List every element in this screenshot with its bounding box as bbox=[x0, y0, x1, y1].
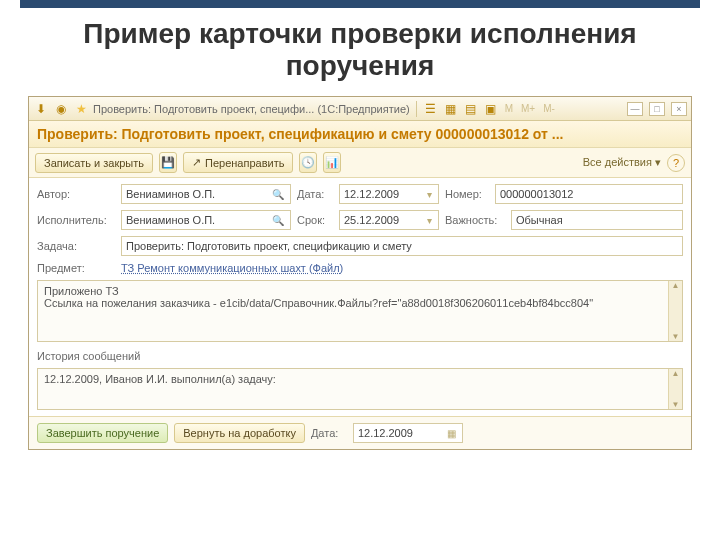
all-actions-link[interactable]: Все действия ▾ bbox=[583, 156, 661, 169]
app-icon: ◉ bbox=[53, 101, 69, 117]
footer-date-label: Дата: bbox=[311, 427, 347, 439]
dropdown-icon[interactable]: ⬇ bbox=[33, 101, 49, 117]
form-body: Автор: Вениаминов О.П. 🔍 Дата: 12.12.200… bbox=[29, 178, 691, 416]
calendar-icon[interactable]: ▾ bbox=[425, 189, 434, 200]
due-field[interactable]: 25.12.2009 ▾ bbox=[339, 210, 439, 230]
description-area[interactable]: Приложено ТЗ Ссылка на пожелания заказчи… bbox=[37, 280, 683, 342]
chart-button[interactable]: 📊 bbox=[323, 152, 341, 173]
footer-date-field[interactable]: 12.12.2009 ▦ bbox=[353, 423, 463, 443]
window-titlebar: ⬇ ◉ ★ Проверить: Подготовить проект, спе… bbox=[29, 97, 691, 121]
calc-icon[interactable]: ▤ bbox=[463, 101, 479, 117]
mem-mplus[interactable]: M+ bbox=[519, 103, 537, 114]
task-label: Задача: bbox=[37, 240, 115, 252]
number-value: 000000013012 bbox=[500, 188, 678, 200]
toolbar: Записать и закрыть 💾 ↗ Перенаправить 🕓 📊… bbox=[29, 148, 691, 178]
lookup-icon[interactable]: 🔍 bbox=[270, 189, 286, 200]
executor-field[interactable]: Вениаминов О.П. 🔍 bbox=[121, 210, 291, 230]
author-value: Вениаминов О.П. bbox=[126, 188, 270, 200]
history-label: История сообщений bbox=[37, 350, 140, 362]
tool-icon-1[interactable]: ☰ bbox=[423, 101, 439, 117]
task-value: Проверить: Подготовить проект, специфика… bbox=[126, 240, 678, 252]
tool-icon-2[interactable]: ▦ bbox=[443, 101, 459, 117]
lookup-icon[interactable]: 🔍 bbox=[270, 215, 286, 226]
date-field[interactable]: 12.12.2009 ▾ bbox=[339, 184, 439, 204]
star-icon[interactable]: ★ bbox=[73, 101, 89, 117]
help-button[interactable]: ? bbox=[667, 154, 685, 172]
scrollbar[interactable]: ▲▼ bbox=[668, 281, 682, 341]
date-value: 12.12.2009 bbox=[344, 188, 425, 200]
redirect-button[interactable]: ↗ Перенаправить bbox=[183, 152, 293, 173]
date-label: Дата: bbox=[297, 188, 333, 200]
subject-link[interactable]: ТЗ Ремонт коммуникационных шахт (Файл) bbox=[121, 262, 343, 274]
window-title: Проверить: Подготовить проект, специфи..… bbox=[93, 103, 410, 115]
number-label: Номер: bbox=[445, 188, 489, 200]
redirect-icon: ↗ bbox=[192, 156, 201, 169]
return-button[interactable]: Вернуть на доработку bbox=[174, 423, 305, 443]
scrollbar[interactable]: ▲▼ bbox=[668, 369, 682, 409]
document-title: Проверить: Подготовить проект, специфика… bbox=[29, 121, 691, 148]
due-label: Срок: bbox=[297, 214, 333, 226]
save-close-button[interactable]: Записать и закрыть bbox=[35, 153, 153, 173]
close-button[interactable]: × bbox=[671, 102, 687, 116]
app-window: ⬇ ◉ ★ Проверить: Подготовить проект, спе… bbox=[28, 96, 692, 450]
maximize-button[interactable]: □ bbox=[649, 102, 665, 116]
calendar-icon[interactable]: ▣ bbox=[483, 101, 499, 117]
history-line: 12.12.2009, Иванов И.И. выполнил(а) зада… bbox=[44, 373, 676, 385]
desc-line2: Ссылка на пожелания заказчика - e1cib/da… bbox=[44, 297, 676, 309]
complete-button[interactable]: Завершить поручение bbox=[37, 423, 168, 443]
subject-label: Предмет: bbox=[37, 262, 115, 274]
priority-value: Обычная bbox=[516, 214, 678, 226]
executor-label: Исполнитель: bbox=[37, 214, 115, 226]
footer-date-value: 12.12.2009 bbox=[358, 427, 445, 439]
clock-button[interactable]: 🕓 bbox=[299, 152, 317, 173]
calendar-icon[interactable]: ▾ bbox=[425, 215, 434, 226]
task-field[interactable]: Проверить: Подготовить проект, специфика… bbox=[121, 236, 683, 256]
minimize-button[interactable]: — bbox=[627, 102, 643, 116]
redirect-label: Перенаправить bbox=[205, 157, 284, 169]
priority-label: Важность: bbox=[445, 214, 505, 226]
priority-field[interactable]: Обычная bbox=[511, 210, 683, 230]
save-button[interactable]: 💾 bbox=[159, 152, 177, 173]
number-field[interactable]: 000000013012 bbox=[495, 184, 683, 204]
desc-line1: Приложено ТЗ bbox=[44, 285, 676, 297]
due-value: 25.12.2009 bbox=[344, 214, 425, 226]
slide-title: Пример карточки проверки исполнения пору… bbox=[0, 8, 720, 96]
author-field[interactable]: Вениаминов О.П. 🔍 bbox=[121, 184, 291, 204]
history-area[interactable]: 12.12.2009, Иванов И.И. выполнил(а) зада… bbox=[37, 368, 683, 410]
mem-m[interactable]: M bbox=[503, 103, 515, 114]
mem-mminus[interactable]: M- bbox=[541, 103, 557, 114]
executor-value: Вениаминов О.П. bbox=[126, 214, 270, 226]
calendar-icon[interactable]: ▦ bbox=[445, 428, 458, 439]
footer-bar: Завершить поручение Вернуть на доработку… bbox=[29, 416, 691, 449]
author-label: Автор: bbox=[37, 188, 115, 200]
